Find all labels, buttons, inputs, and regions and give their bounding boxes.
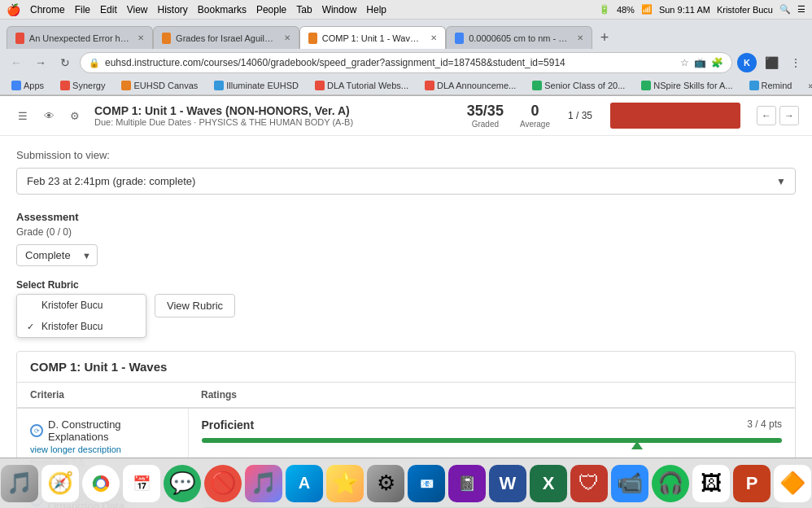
nspire-favicon: [641, 81, 651, 90]
menu-history[interactable]: History: [158, 4, 188, 15]
student-nav-text: 1 / 35: [568, 110, 592, 121]
rubric-option-2-label: Kristofer Bucu: [41, 321, 103, 332]
bookmark-dla-tutorial[interactable]: DLA Tutorial Webs...: [310, 79, 413, 92]
back-button[interactable]: ←: [7, 53, 26, 72]
eye-icon[interactable]: 👁: [39, 106, 59, 125]
menu-view[interactable]: View: [127, 4, 148, 15]
battery-icon: 🔋: [599, 4, 610, 15]
next-student-button[interactable]: →: [779, 106, 799, 125]
menu-help[interactable]: Help: [366, 4, 386, 15]
criteria-name-1: ⟳ D. Constructing Explanations: [30, 418, 175, 443]
dock-word[interactable]: W: [489, 465, 526, 502]
bookmark-nspire-label: NSpire Skills for A...: [653, 81, 732, 90]
tab-1-close[interactable]: ✕: [138, 33, 144, 42]
bookmark-illuminate[interactable]: Illuminate EUHSD: [209, 79, 303, 92]
menu-bookmarks[interactable]: Bookmarks: [198, 4, 247, 15]
cast-icon[interactable]: 📺: [694, 57, 706, 68]
search-icon[interactable]: 🔍: [779, 4, 791, 15]
dock-outlook[interactable]: 📧: [408, 465, 445, 502]
dock-excel[interactable]: X: [530, 465, 567, 502]
assignment-title: COMP 1: Unit 1 - Waves (NON-HONORS, Ver.…: [94, 104, 457, 117]
dock-music[interactable]: 🎵: [245, 465, 282, 502]
synergy-favicon: [60, 81, 70, 90]
bookmark-apps[interactable]: Apps: [7, 79, 49, 92]
tab-3[interactable]: COMP 1: Unit 1 - Waves (NON... ✕: [299, 26, 446, 49]
new-tab-button[interactable]: +: [592, 26, 617, 49]
clock: Sun 9:11 AM: [659, 5, 710, 15]
sidebar-toggle-icon[interactable]: ☰: [13, 106, 33, 125]
prev-student-button[interactable]: ←: [757, 106, 776, 125]
bookmark-star-icon[interactable]: ☆: [680, 57, 689, 68]
select-rubric-label: Select Rubric: [16, 279, 796, 291]
forward-button[interactable]: →: [31, 53, 50, 72]
dla-tutorial-favicon: [315, 81, 325, 90]
dock-chrome[interactable]: [82, 465, 120, 502]
bookmark-apps-label: Apps: [24, 81, 44, 90]
tab-4-close[interactable]: ✕: [577, 33, 583, 42]
submission-select-wrapper: Feb 23 at 2:41pm (grade: complete) ▼: [16, 168, 796, 195]
dock-appstore[interactable]: A: [286, 465, 323, 502]
main-content: ☰ 👁 ⚙ COMP 1: Unit 1 - Waves (NON-HONORS…: [0, 96, 812, 508]
bookmark-dla-announce[interactable]: DLA Announceme...: [420, 79, 521, 92]
view-rubric-button[interactable]: View Rubric: [155, 294, 235, 318]
bookmark-more-label: »: [808, 81, 812, 90]
menu-chrome[interactable]: Chrome: [30, 4, 65, 15]
dock-vlc[interactable]: 🔶: [774, 465, 811, 502]
tab-2[interactable]: Grades for Israel Aguilar: PHY... ✕: [153, 26, 299, 49]
tab-3-close[interactable]: ✕: [430, 33, 437, 42]
bookmark-more[interactable]: »: [803, 79, 812, 92]
tab-1[interactable]: An Unexpected Error has occu... ✕: [7, 26, 153, 49]
bookmark-senior[interactable]: Senior Class of 20...: [527, 79, 630, 92]
dock-system-prefs[interactable]: ⚙: [367, 465, 404, 502]
settings-icon[interactable]: ⚙: [65, 106, 85, 125]
tab-4[interactable]: 0.0000605 cm to nm - Google... ✕: [446, 26, 592, 49]
extensions-button[interactable]: ⬛: [762, 53, 781, 72]
more-button[interactable]: ⋮: [786, 53, 805, 72]
address-text: euhsd.instructure.com/courses/14060/grad…: [105, 57, 565, 68]
view-longer-1[interactable]: view longer description: [30, 444, 175, 454]
score-bar: [610, 103, 740, 129]
bookmark-synergy[interactable]: Synergy: [55, 79, 110, 92]
bookmark-nspire[interactable]: NSpire Skills for A...: [636, 79, 737, 92]
grade-summary: 35/35 Graded 0 Average: [467, 103, 550, 129]
rubric-option-1[interactable]: Kristofer Bucu: [17, 295, 146, 316]
tab-2-close[interactable]: ✕: [284, 33, 290, 42]
dock-siri[interactable]: 🎵: [1, 465, 38, 502]
rating-pts-1: 3 / 4 pts: [747, 418, 782, 430]
dock-safari[interactable]: 🧭: [41, 465, 79, 502]
rubric-option-2[interactable]: ✓ Kristofer Bucu: [17, 316, 146, 337]
complete-dropdown[interactable]: Complete Incomplete: [16, 244, 98, 266]
dock-zoom[interactable]: 📹: [611, 465, 648, 502]
bookmark-euhsd[interactable]: EUHSD Canvas: [116, 79, 203, 92]
address-bar[interactable]: 🔒 euhsd.instructure.com/courses/14060/gr…: [80, 52, 732, 73]
dock-onenote[interactable]: 📓: [448, 465, 486, 502]
reload-button[interactable]: ↻: [55, 53, 75, 72]
complete-dropdown-wrapper: Complete Incomplete ▼: [16, 244, 98, 266]
rubric-option-2-check: ✓: [27, 322, 37, 332]
graded-label: Graded: [467, 120, 504, 129]
apple-menu[interactable]: 🍎: [7, 3, 20, 16]
extension-icon[interactable]: 🧩: [711, 57, 723, 68]
bookmark-remind[interactable]: Remind: [744, 79, 797, 92]
dock-powerpoint[interactable]: P: [733, 465, 771, 502]
senior-favicon: [532, 81, 542, 90]
menu-file[interactable]: File: [75, 4, 90, 15]
menu-tab[interactable]: Tab: [296, 4, 312, 15]
dock-calendar[interactable]: 📅: [123, 465, 160, 502]
dock-fivestar[interactable]: ⭐: [326, 465, 364, 502]
tab-1-favicon: [15, 33, 24, 44]
menu-window[interactable]: Window: [322, 4, 357, 15]
dock-messages[interactable]: 💬: [164, 465, 201, 502]
profile-button[interactable]: K: [737, 53, 757, 72]
control-center-icon[interactable]: ☰: [797, 4, 805, 15]
dock-spotify[interactable]: 🎧: [652, 465, 689, 502]
dock-photos[interactable]: 🖼: [692, 465, 730, 502]
dock-mcafee[interactable]: 🛡: [570, 465, 608, 502]
apps-favicon: [11, 81, 21, 90]
submission-select[interactable]: Feb 23 at 2:41pm (grade: complete): [16, 168, 796, 195]
rating-bar-1: [202, 438, 783, 448]
col-header-ratings: Ratings: [188, 383, 795, 408]
dock-donotdisturb[interactable]: 🚫: [204, 465, 242, 502]
menu-people[interactable]: People: [256, 4, 286, 15]
menu-edit[interactable]: Edit: [100, 4, 117, 15]
